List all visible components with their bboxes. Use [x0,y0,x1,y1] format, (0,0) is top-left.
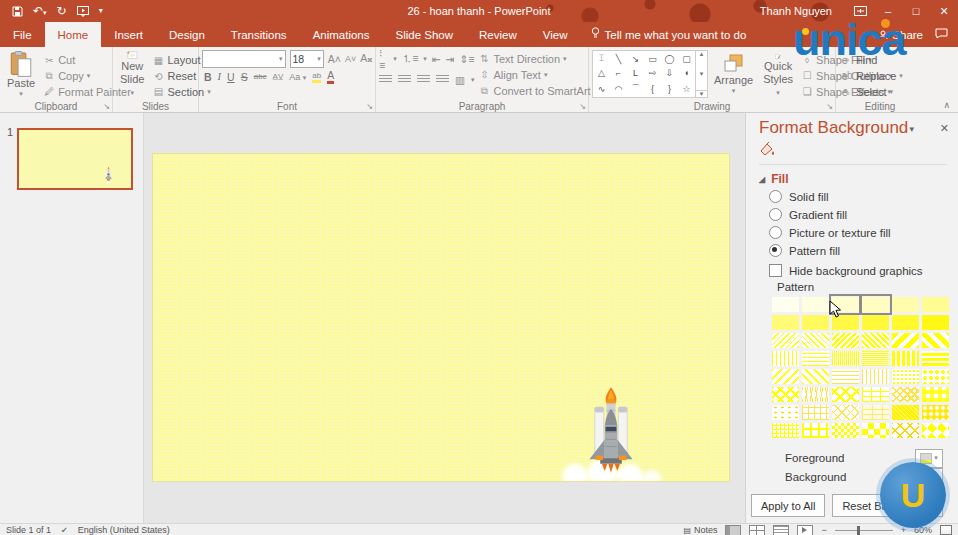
reset-background-button[interactable]: Reset Background [832,494,943,517]
numbering-icon[interactable]: ⒈≡ [402,52,419,66]
pattern-swatch[interactable] [862,315,889,330]
align-text-button[interactable]: ⇳Align Text▾ [476,67,599,82]
share-button[interactable]: Share [878,29,923,41]
close-button[interactable]: ✕ [930,0,958,22]
shape-icon[interactable]: ⌐ [616,68,621,78]
shape-icon[interactable]: ◖ [684,68,689,78]
font-name-combo[interactable]: ▾ [202,50,286,68]
shape-icon[interactable]: ⌶ [599,53,604,64]
save-icon[interactable] [12,6,23,17]
pattern-swatch[interactable] [892,315,919,330]
pattern-swatch[interactable] [922,423,949,438]
pattern-swatch[interactable] [772,387,799,402]
background-color-picker[interactable]: ▾ [915,468,943,487]
pattern-swatch[interactable] [892,369,919,384]
pattern-swatch[interactable] [922,315,949,330]
shape-icon[interactable]: { [651,84,654,94]
reading-view-icon[interactable] [773,525,789,535]
shape-icon[interactable]: ▢ [682,54,691,64]
bold-icon[interactable]: B [204,71,212,83]
zoom-slider-handle[interactable] [857,526,860,535]
line-spacing-icon[interactable]: ⇕≡ [460,53,475,65]
pattern-swatch[interactable] [802,423,829,438]
pattern-swatch[interactable] [862,405,889,420]
font-size-combo[interactable]: 18▾ [290,50,324,68]
text-direction-button[interactable]: ⇅Text Direction▾ [476,51,599,66]
replace-button[interactable]: abReplace▾ [839,68,905,83]
underline-icon[interactable]: U [227,71,235,83]
pattern-swatch[interactable] [832,351,859,366]
pattern-swatch[interactable] [862,351,889,366]
fit-slide-to-window-icon[interactable] [940,525,952,535]
zoom-slider[interactable] [835,530,893,531]
fill-option-pattern-fill[interactable]: Pattern fill [769,244,891,257]
find-button[interactable]: ⌕Find [839,52,905,67]
font-color-icon[interactable]: A [327,69,334,84]
pattern-swatch[interactable] [802,369,829,384]
pattern-swatch[interactable] [772,369,799,384]
italic-icon[interactable]: I [218,71,222,82]
fill-section-header[interactable]: ◢ Fill [759,172,789,186]
zoom-out-icon[interactable]: − [821,525,826,535]
select-button[interactable]: ⇖Select▾ [839,84,905,99]
panel-options-icon[interactable]: ▾ [909,124,914,134]
rocket-image[interactable] [584,387,638,481]
clipboard-dialog-launcher[interactable]: ↘ [103,102,110,111]
pattern-swatch[interactable] [862,297,889,312]
panel-close-icon[interactable]: ✕ [940,122,949,135]
zoom-in-icon[interactable]: + [901,525,906,535]
collapse-ribbon-icon[interactable]: ∧ [943,100,950,110]
pattern-swatch[interactable] [832,333,859,348]
pattern-swatch[interactable] [922,333,949,348]
customize-qat-icon[interactable]: ▾ [99,7,103,15]
shape-icon[interactable]: ▭ [648,54,657,64]
pattern-swatch[interactable] [892,351,919,366]
grow-font-icon[interactable]: A˄ [328,53,341,65]
tab-slide-show[interactable]: Slide Show [383,22,467,47]
maximize-button[interactable]: □ [902,0,930,22]
align-center-icon[interactable] [398,75,411,84]
clear-formatting-icon[interactable]: A𝄪 [360,52,372,65]
shape-icon[interactable]: ☆ [682,84,690,94]
pattern-swatch[interactable] [802,351,829,366]
undo-icon[interactable]: ↶▾ [33,5,47,17]
strikethrough-icon[interactable]: abc [254,72,267,81]
comment-icon[interactable] [935,28,948,41]
pattern-swatch[interactable] [892,405,919,420]
normal-view-icon[interactable] [725,525,741,535]
tab-design[interactable]: Design [156,22,218,47]
fill-option-gradient-fill[interactable]: Gradient fill [769,208,891,221]
drawing-dialog-launcher[interactable]: ↘ [826,102,833,111]
pattern-swatch[interactable] [772,423,799,438]
pattern-swatch[interactable] [922,351,949,366]
shapes-gallery[interactable]: ⌶╲↘▭◯▢△⌐L⇨⇩◖∿◠⌒{}☆ [592,50,696,98]
pattern-swatch[interactable] [892,333,919,348]
tab-animations[interactable]: Animations [300,22,383,47]
shape-icon[interactable]: ◠ [615,84,623,94]
pattern-swatch[interactable] [832,405,859,420]
pattern-swatch[interactable] [922,387,949,402]
tab-review[interactable]: Review [466,22,530,47]
shapes-gallery-scroll[interactable]: ▲▼▼ [696,50,708,98]
decrease-indent-icon[interactable]: ⇤ [432,53,441,65]
pattern-swatch[interactable] [892,297,919,312]
pattern-swatch[interactable] [862,423,889,438]
bullets-icon[interactable]: ⁝≡ [379,47,388,71]
tab-transitions[interactable]: Transitions [218,22,300,47]
pattern-swatch[interactable] [832,315,859,330]
slide-sorter-view-icon[interactable] [749,525,765,535]
convert-smartart-button[interactable]: ⧉Convert to SmartArt▾ [476,84,599,99]
shape-icon[interactable]: ∿ [598,84,606,94]
align-right-icon[interactable] [417,75,430,84]
pattern-swatch[interactable] [832,369,859,384]
pattern-swatch[interactable] [862,369,889,384]
zoom-level[interactable]: 60% [914,525,932,535]
spell-check-icon[interactable]: ✔ [61,526,68,535]
pattern-swatch[interactable] [862,333,889,348]
pattern-swatch[interactable] [772,351,799,366]
pattern-swatch[interactable] [802,405,829,420]
start-slideshow-icon[interactable] [77,6,89,17]
highlight-color-icon[interactable]: ab [312,71,321,83]
display-settings-icon[interactable] [846,0,874,22]
pattern-swatch[interactable] [892,423,919,438]
